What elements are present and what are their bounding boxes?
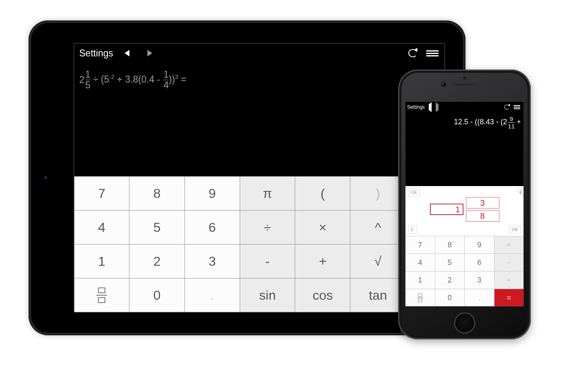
history-next-button[interactable] xyxy=(436,104,443,110)
key-minus[interactable]: - xyxy=(494,254,524,271)
ipad-topbar: Settings xyxy=(74,44,444,63)
key-plus[interactable]: + xyxy=(494,272,524,289)
key-plus[interactable]: + xyxy=(295,245,350,278)
key-equals[interactable]: = xyxy=(494,289,524,306)
fraction-icon xyxy=(417,294,423,302)
key-2[interactable]: 2 xyxy=(435,272,465,289)
iphone-sensor xyxy=(463,76,466,80)
ipad-camera xyxy=(44,176,48,180)
iphone-speaker xyxy=(454,83,476,86)
key-0[interactable]: 0 xyxy=(129,278,184,312)
expr-mixed-num: 1 xyxy=(85,70,91,79)
key-dot[interactable]: . xyxy=(465,289,494,306)
key-9[interactable]: 9 xyxy=(185,177,240,210)
key-8[interactable]: 8 xyxy=(435,236,465,254)
expression-display: 12.5 - ((8.43 - (2 9 11 + xyxy=(405,112,523,129)
key-sin[interactable]: sin xyxy=(240,278,295,312)
fraction-denominator-input[interactable]: 8 xyxy=(466,210,499,222)
iphone-screen: Settings 12.5 - ((8.43 - (2 9 11 + CE 1 xyxy=(405,101,524,307)
history-next-button[interactable] xyxy=(138,50,161,56)
triangle-right-icon xyxy=(147,50,152,56)
iphone-device-frame: Settings 12.5 - ((8.43 - (2 9 11 + CE 1 xyxy=(398,70,531,339)
ok-button[interactable]: OK xyxy=(509,226,521,233)
key-6[interactable]: 6 xyxy=(185,211,240,244)
key-divide[interactable]: ÷ xyxy=(240,211,295,244)
key-0[interactable]: 0 xyxy=(435,289,465,306)
key-close-paren[interactable]: ) xyxy=(350,177,405,210)
key-7[interactable]: 7 xyxy=(74,177,129,210)
fraction-numerator-input[interactable]: 3 xyxy=(466,197,499,209)
key-6[interactable]: 6 xyxy=(465,254,494,271)
ipad-screen: Settings 2 1 5 ÷ (5-2 + 3.8(0.4 - 1 4 ))… xyxy=(74,43,445,313)
result-display: 9 6 8 xyxy=(74,90,444,132)
key-7[interactable]: 7 xyxy=(405,236,435,254)
c-button[interactable]: C xyxy=(408,226,417,233)
triangle-left-icon xyxy=(125,50,129,56)
undo-icon[interactable] xyxy=(408,49,417,57)
key-tan[interactable]: tan xyxy=(350,278,405,312)
key-2[interactable]: 2 xyxy=(129,245,184,278)
key-sqrt[interactable]: √ xyxy=(350,245,405,278)
key-cos[interactable]: cos xyxy=(295,278,350,312)
iphone-topbar: Settings xyxy=(405,102,523,112)
key-1[interactable]: 1 xyxy=(405,272,435,289)
key-5[interactable]: 5 xyxy=(435,254,465,271)
key-5[interactable]: 5 xyxy=(129,211,184,244)
iphone-home-button[interactable] xyxy=(454,312,475,334)
expression-display: 2 1 5 ÷ (5-2 + 3.8(0.4 - 1 4 ))3 = xyxy=(74,63,444,90)
fraction-icon xyxy=(96,287,107,303)
iphone-camera xyxy=(441,82,446,87)
undo-icon[interactable] xyxy=(504,105,510,110)
settings-button[interactable]: Settings xyxy=(77,48,116,59)
settings-button[interactable]: Settings xyxy=(407,104,425,110)
history-prev-button[interactable] xyxy=(425,104,436,110)
key-power[interactable]: ^ xyxy=(350,211,405,244)
key-1[interactable]: 1 xyxy=(74,245,129,278)
key-multiply[interactable]: × xyxy=(494,236,524,254)
history-prev-button[interactable] xyxy=(116,50,138,56)
key-3[interactable]: 3 xyxy=(185,245,240,278)
key-9[interactable]: 9 xyxy=(465,236,494,254)
key-4[interactable]: 4 xyxy=(74,211,129,244)
expr-mixed-den: 5 xyxy=(85,80,91,90)
fraction-whole-input[interactable]: 1 xyxy=(430,204,463,215)
ipad-keypad: 7 8 9 π ( ) 4 5 6 ÷ × ^ 1 2 3 - + √ xyxy=(74,176,445,312)
key-open-paren[interactable]: ( xyxy=(295,177,350,210)
iphone-keypad: 7 8 9 × 4 5 6 - 1 2 3 + 0 . = xyxy=(405,236,523,306)
key-8[interactable]: 8 xyxy=(129,177,184,210)
triangle-right-icon xyxy=(436,102,439,112)
triangle-left-icon xyxy=(429,102,432,112)
backspace-button[interactable] xyxy=(517,188,521,192)
menu-icon[interactable] xyxy=(514,105,520,109)
key-fraction[interactable] xyxy=(74,278,129,312)
expr-mixed-int: 2 xyxy=(79,74,85,85)
fraction-editor: CE 1 3 8 C OK xyxy=(405,186,523,236)
ce-button[interactable]: CE xyxy=(408,188,420,196)
menu-icon[interactable] xyxy=(426,50,439,56)
key-4[interactable]: 4 xyxy=(405,254,435,271)
key-dot[interactable]: . xyxy=(185,278,240,312)
key-minus[interactable]: - xyxy=(240,245,295,278)
key-3[interactable]: 3 xyxy=(465,272,494,289)
key-pi[interactable]: π xyxy=(240,177,295,210)
key-multiply[interactable]: × xyxy=(295,211,350,244)
key-fraction[interactable] xyxy=(405,289,435,306)
